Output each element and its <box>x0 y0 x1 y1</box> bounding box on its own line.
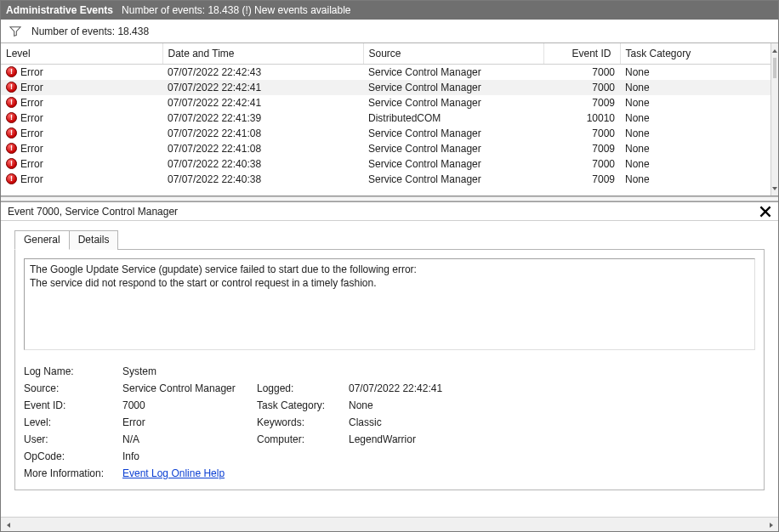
level-text: Error <box>20 143 43 155</box>
cell-event-id: 7000 <box>543 80 620 95</box>
detail-pane: Event 7000, Service Control Manager Gene… <box>1 201 778 531</box>
level-text: Error <box>20 127 43 139</box>
val-opcode: Info <box>122 450 250 462</box>
event-message-line1: The Google Update Service (gupdate) serv… <box>30 263 749 276</box>
table-row[interactable]: Error07/07/2022 22:41:39DistributedCOM10… <box>1 110 770 126</box>
lbl-event-id: Event ID: <box>24 399 116 411</box>
table-row[interactable]: Error07/07/2022 22:42:41Service Control … <box>1 80 770 95</box>
cell-source: Service Control Manager <box>363 172 543 187</box>
scroll-up-button[interactable] <box>771 43 778 58</box>
error-icon <box>6 97 17 108</box>
scroll-track[interactable] <box>771 58 778 181</box>
cell-source: Service Control Manager <box>363 95 543 110</box>
link-online-help[interactable]: Event Log Online Help <box>122 467 225 479</box>
cell-event-id: 7009 <box>543 95 620 110</box>
table-row[interactable]: Error07/07/2022 22:42:43Service Control … <box>1 64 770 80</box>
lbl-logged: Logged: <box>257 382 342 394</box>
lbl-opcode: OpCode: <box>24 450 116 462</box>
close-icon[interactable] <box>759 206 771 218</box>
col-header-event-id[interactable]: Event ID <box>543 43 620 64</box>
cell-task: None <box>620 80 770 95</box>
val-computer: LegendWarrior <box>349 433 536 445</box>
val-logged: 07/07/2022 22:42:41 <box>349 382 536 394</box>
tab-general[interactable]: General <box>14 230 70 250</box>
lbl-user: User: <box>24 433 116 445</box>
level-text: Error <box>20 66 43 78</box>
level-text: Error <box>20 173 43 185</box>
vertical-scrollbar[interactable] <box>770 43 778 195</box>
detail-header-title: Event 7000, Service Control Manager <box>8 206 178 218</box>
horizontal-scrollbar[interactable] <box>1 517 778 531</box>
hscroll-right-button[interactable] <box>764 518 778 532</box>
filter-icon[interactable] <box>9 25 21 37</box>
error-icon <box>6 66 17 77</box>
lbl-level: Level: <box>24 416 116 428</box>
col-header-source[interactable]: Source <box>363 43 543 64</box>
cell-event-id: 7000 <box>543 126 620 141</box>
event-metadata: Log Name: System Source: Service Control… <box>24 365 755 479</box>
table-row[interactable]: Error07/07/2022 22:41:08Service Control … <box>1 126 770 141</box>
val-source: Service Control Manager <box>122 382 250 394</box>
cell-task: None <box>620 141 770 156</box>
events-table-body: Error07/07/2022 22:42:43Service Control … <box>1 64 770 187</box>
val-task-category: None <box>349 399 536 411</box>
titlebar: Administrative Events Number of events: … <box>1 1 778 20</box>
cell-source: Service Control Manager <box>363 156 543 172</box>
events-table-header: Level Date and Time Source Event ID Task… <box>1 43 770 64</box>
cell-date: 07/07/2022 22:40:38 <box>162 172 363 187</box>
events-pane: Level Date and Time Source Event ID Task… <box>1 43 778 196</box>
cell-date: 07/07/2022 22:41:08 <box>162 126 363 141</box>
cell-date: 07/07/2022 22:41:08 <box>162 141 363 156</box>
lbl-source: Source: <box>24 382 116 394</box>
cell-date: 07/07/2022 22:42:43 <box>162 64 363 80</box>
cell-date: 07/07/2022 22:42:41 <box>162 95 363 110</box>
table-row[interactable]: Error07/07/2022 22:42:41Service Control … <box>1 95 770 110</box>
event-message[interactable]: The Google Update Service (gupdate) serv… <box>24 258 755 350</box>
tab-details[interactable]: Details <box>69 230 119 250</box>
tabs: General Details <box>14 229 765 249</box>
cell-source: Service Control Manager <box>363 141 543 156</box>
cell-source: Service Control Manager <box>363 64 543 80</box>
detail-tabs-area: General Details The Google Update Servic… <box>1 221 778 517</box>
val-user: N/A <box>122 433 250 445</box>
events-table-wrap: Level Date and Time Source Event ID Task… <box>1 43 770 195</box>
cell-date: 07/07/2022 22:40:38 <box>162 156 363 172</box>
error-icon <box>6 82 17 93</box>
table-row[interactable]: Error07/07/2022 22:40:38Service Control … <box>1 156 770 172</box>
col-header-date[interactable]: Date and Time <box>162 43 363 64</box>
level-text: Error <box>20 112 43 124</box>
titlebar-subtitle: Number of events: 18.438 (!) New events … <box>122 4 350 16</box>
cell-source: DistributedCOM <box>363 110 543 126</box>
scroll-down-button[interactable] <box>771 181 778 195</box>
lbl-task-category: Task Category: <box>257 399 342 411</box>
cell-event-id: 7000 <box>543 156 620 172</box>
filter-bar: Number of events: 18.438 <box>1 20 778 43</box>
tab-panel-general: The Google Update Service (gupdate) serv… <box>14 249 765 490</box>
val-event-id: 7000 <box>122 399 250 411</box>
cell-task: None <box>620 110 770 126</box>
col-header-task[interactable]: Task Category <box>620 43 770 64</box>
cell-event-id: 7009 <box>543 172 620 187</box>
cell-date: 07/07/2022 22:41:39 <box>162 110 363 126</box>
cell-event-id: 7009 <box>543 141 620 156</box>
error-icon <box>6 158 17 169</box>
detail-header: Event 7000, Service Control Manager <box>1 202 778 221</box>
level-text: Error <box>20 158 43 170</box>
col-header-level[interactable]: Level <box>1 43 162 64</box>
hscroll-left-button[interactable] <box>1 518 15 532</box>
table-row[interactable]: Error07/07/2022 22:41:08Service Control … <box>1 141 770 156</box>
level-text: Error <box>20 97 43 109</box>
error-icon <box>6 173 17 184</box>
lbl-log-name: Log Name: <box>24 365 116 377</box>
level-text: Error <box>20 82 43 93</box>
table-row[interactable]: Error07/07/2022 22:40:38Service Control … <box>1 172 770 187</box>
val-log-name: System <box>122 365 250 377</box>
cell-source: Service Control Manager <box>363 126 543 141</box>
scroll-thumb[interactable] <box>773 58 776 78</box>
hscroll-track[interactable] <box>15 518 764 531</box>
error-icon <box>6 112 17 123</box>
cell-event-id: 10010 <box>543 110 620 126</box>
lbl-keywords: Keywords: <box>257 416 342 428</box>
titlebar-title: Administrative Events <box>6 4 113 16</box>
cell-task: None <box>620 172 770 187</box>
